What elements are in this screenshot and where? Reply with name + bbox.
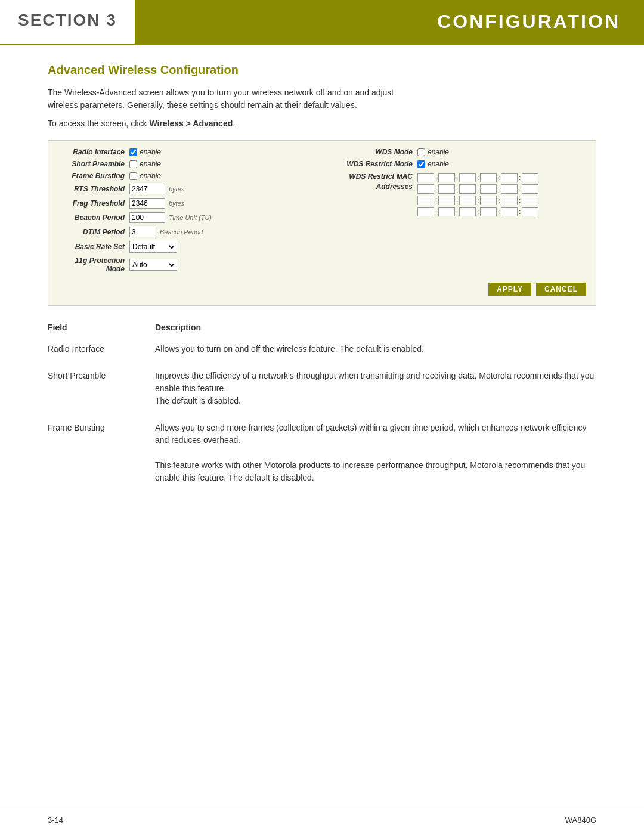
cancel-button[interactable]: CANCEL: [536, 283, 586, 296]
row-wds-restrict-mode: WDS Restrict Mode enable: [334, 160, 586, 168]
enable-wds-mode: enable: [428, 148, 449, 156]
enable-frame-bursting: enable: [140, 172, 161, 180]
main-content: Advanced Wireless Configuration The Wire…: [0, 45, 644, 535]
label-frag-threshold: Frag Threshold: [58, 199, 129, 208]
row-frame-bursting: Frame Bursting enable: [58, 172, 310, 180]
mac-3-4[interactable]: [480, 196, 497, 205]
unit-frag-threshold: bytes: [169, 200, 184, 207]
field-name-preamble: Short Preamble: [48, 365, 155, 417]
unit-rts-threshold: bytes: [169, 185, 184, 193]
page-title: Advanced Wireless Configuration: [48, 63, 596, 77]
row-short-preamble: Short Preamble enable: [58, 160, 310, 168]
input-rts-threshold[interactable]: [129, 184, 165, 194]
field-desc-bursting: Allows you to send more frames (collecti…: [155, 417, 596, 494]
input-dtim-period[interactable]: [129, 227, 156, 237]
apply-button[interactable]: APPLY: [488, 283, 531, 296]
access-bold: Wireless > Advanced: [149, 119, 233, 128]
mac-1-3[interactable]: [459, 173, 476, 182]
label-wds-restrict-mode: WDS Restrict Mode: [334, 160, 417, 168]
unit-beacon-period: Time Unit (TU): [169, 214, 212, 221]
label-wds-mac: WDS Restrict MACAddresses: [334, 172, 417, 192]
field-desc-preamble: Improves the efficiency of a network's t…: [155, 365, 596, 417]
input-beacon-period[interactable]: [129, 212, 165, 223]
config-grid: Radio Interface enable Short Preamble en…: [58, 148, 586, 277]
row-wds-mac: WDS Restrict MACAddresses : : : :: [334, 172, 586, 216]
mac-2-4[interactable]: [480, 184, 497, 194]
field-description-table: Field Description Radio Interface Allows…: [48, 323, 596, 494]
mac-4-4[interactable]: [480, 207, 497, 216]
col-header-field: Field: [48, 323, 155, 338]
page-number: 3-14: [48, 816, 63, 825]
access-post: .: [233, 119, 235, 128]
row-radio-interface: Radio Interface enable: [58, 148, 310, 156]
field-name-radio: Radio Interface: [48, 338, 155, 365]
select-basic-rate-set[interactable]: Default 1-2Mbps All: [129, 241, 177, 253]
page-footer: 3-14 WA840G: [0, 807, 644, 833]
mac-2-2[interactable]: [438, 184, 455, 194]
label-frame-bursting: Frame Bursting: [58, 172, 129, 180]
description-text: The Wireless-Advanced screen allows you …: [48, 86, 417, 112]
select-11g-protection[interactable]: Auto Off On: [129, 259, 177, 271]
input-frag-threshold[interactable]: [129, 198, 165, 209]
enable-short-preamble: enable: [140, 160, 161, 168]
row-frag-threshold: Frag Threshold bytes: [58, 198, 310, 209]
field-desc-radio: Allows you to turn on and off the wirele…: [155, 338, 596, 365]
mac-4-2[interactable]: [438, 207, 455, 216]
mac-1-2[interactable]: [438, 173, 455, 182]
field-name-bursting: Frame Bursting: [48, 417, 155, 494]
config-panel: Radio Interface enable Short Preamble en…: [48, 140, 596, 306]
checkbox-wds-restrict-mode[interactable]: [417, 160, 425, 168]
mac-2-5[interactable]: [501, 184, 518, 194]
mac-1-5[interactable]: [501, 173, 518, 182]
enable-radio-interface: enable: [140, 148, 161, 156]
mac-row-3: : : : : :: [417, 196, 538, 205]
table-row: Frame Bursting Allows you to send more f…: [48, 417, 596, 494]
mac-row-4: : : : : :: [417, 207, 538, 216]
mac-address-group: : : : : :: [417, 173, 538, 216]
row-wds-mode: WDS Mode enable: [334, 148, 586, 156]
table-row: Radio Interface Allows you to turn on an…: [48, 338, 596, 365]
mac-2-6[interactable]: [522, 184, 538, 194]
label-dtim-period: DTIM Period: [58, 228, 129, 236]
label-wds-mode: WDS Mode: [334, 148, 417, 156]
label-rts-threshold: RTS Threshold: [58, 185, 129, 193]
mac-1-4[interactable]: [480, 173, 497, 182]
mac-4-6[interactable]: [522, 207, 538, 216]
mac-3-3[interactable]: [459, 196, 476, 205]
label-short-preamble: Short Preamble: [58, 160, 129, 168]
mac-3-5[interactable]: [501, 196, 518, 205]
mac-3-1[interactable]: [417, 196, 434, 205]
label-beacon-period: Beacon Period: [58, 213, 129, 222]
row-dtim-period: DTIM Period Beacon Period: [58, 227, 310, 237]
config-right-col: WDS Mode enable WDS Restrict Mode enable…: [322, 148, 586, 277]
config-label: CONFIGURATION: [135, 0, 644, 44]
mac-2-3[interactable]: [459, 184, 476, 194]
section-label: SECTION 3: [0, 0, 135, 44]
mac-4-3[interactable]: [459, 207, 476, 216]
mac-4-5[interactable]: [501, 207, 518, 216]
checkbox-frame-bursting[interactable]: [129, 172, 137, 180]
page-header: SECTION 3 CONFIGURATION: [0, 0, 644, 45]
checkbox-wds-mode[interactable]: [417, 148, 425, 156]
table-row: Short Preamble Improves the efficiency o…: [48, 365, 596, 417]
model-name: WA840G: [565, 816, 596, 825]
mac-row-1: : : : : :: [417, 173, 538, 182]
enable-wds-restrict-mode: enable: [428, 160, 449, 168]
mac-2-1[interactable]: [417, 184, 434, 194]
access-pre: To access the screen, click: [48, 119, 149, 128]
checkbox-radio-interface[interactable]: [129, 148, 137, 156]
access-instruction: To access the screen, click Wireless > A…: [48, 119, 596, 128]
col-header-desc: Description: [155, 323, 596, 338]
mac-4-1[interactable]: [417, 207, 434, 216]
mac-1-1[interactable]: [417, 173, 434, 182]
mac-3-6[interactable]: [522, 196, 538, 205]
row-rts-threshold: RTS Threshold bytes: [58, 184, 310, 194]
mac-1-6[interactable]: [522, 173, 538, 182]
unit-dtim-period: Beacon Period: [160, 228, 203, 236]
row-basic-rate-set: Basic Rate Set Default 1-2Mbps All: [58, 241, 310, 253]
row-11g-protection: 11g Protection Mode Auto Off On: [58, 256, 310, 273]
config-left-col: Radio Interface enable Short Preamble en…: [58, 148, 322, 277]
mac-3-2[interactable]: [438, 196, 455, 205]
mac-row-2: : : : : :: [417, 184, 538, 194]
checkbox-short-preamble[interactable]: [129, 160, 137, 168]
